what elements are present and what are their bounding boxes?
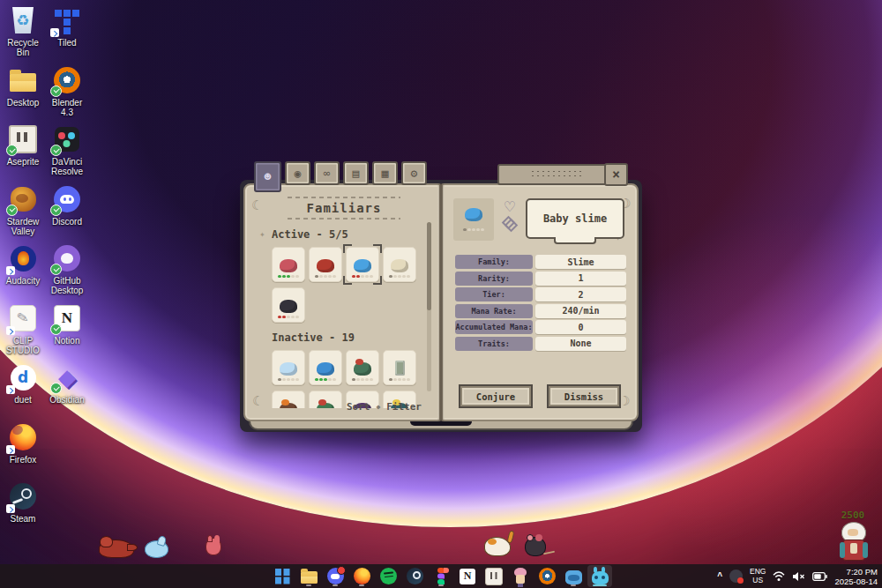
familiar-slot-flower-beast[interactable]	[346, 350, 379, 385]
desktop-icon-audacity[interactable]: Audacity	[2, 243, 44, 300]
tab-settings[interactable]: ⚙	[401, 161, 427, 185]
sprite-accent	[318, 399, 326, 406]
tab-bonds[interactable]: ∞	[314, 161, 340, 185]
desktop-icon-label: Obsidian	[49, 395, 84, 405]
taskbar-start[interactable]	[270, 565, 295, 587]
familiars-window: ☻◉∞▤▦⚙ × ☾ ☾ ✦ Familiars Active - 5/5 In…	[240, 161, 642, 432]
pet-black-mouse[interactable]	[525, 537, 546, 556]
taskbar-discord[interactable]	[323, 565, 348, 587]
pet-calico-cat[interactable]	[484, 537, 511, 556]
desktop-icon-github[interactable]: GitHub Desktop	[46, 243, 88, 300]
taskbar-explorer[interactable]	[296, 565, 321, 587]
language-indicator[interactable]: ENG US	[750, 568, 766, 584]
swap-icon[interactable]	[504, 218, 516, 230]
taskbar-pixel-bunny[interactable]	[587, 565, 612, 587]
running-indicator	[438, 584, 444, 587]
pet-blue-slime[interactable]	[145, 540, 168, 558]
shortcut-arrow-icon	[50, 28, 59, 37]
recorder-tray-icon[interactable]	[729, 569, 743, 583]
audacity-icon	[8, 243, 38, 273]
pip-empty	[467, 228, 471, 232]
familiar-slot-cream-cat[interactable]	[383, 247, 416, 282]
familiar-slot-baby-slime[interactable]	[346, 247, 379, 282]
close-button[interactable]: ×	[604, 163, 628, 186]
taskbar-pixel-creature[interactable]	[561, 565, 586, 587]
notion-glyph: N	[62, 309, 72, 327]
taskbar-spotify[interactable]	[376, 565, 400, 587]
recycle-logo: ♻	[11, 7, 34, 33]
taskbar-pixel-girl[interactable]	[508, 565, 533, 587]
desktop-icon-obsidian[interactable]: ◆Obsidian	[46, 362, 88, 419]
pip-red	[356, 275, 360, 279]
desktop-icon-discord[interactable]: Discord	[46, 184, 88, 241]
volume-muted-icon[interactable]	[792, 571, 805, 582]
taskbar: N ^ ENG US 7:20 PM 2025-08-14	[0, 564, 882, 588]
tab-familiars[interactable]: ☻	[254, 161, 281, 192]
blue-cow-sprite	[280, 362, 297, 376]
stat-value: None	[535, 337, 626, 351]
desktop-icon-label: Recycle Bin	[2, 38, 44, 57]
taskbar-figma[interactable]	[429, 565, 453, 587]
favorite-heart-icon[interactable]: ♡	[504, 201, 516, 213]
familiar-slot-red-beetle[interactable]	[309, 247, 342, 282]
stat-value: 2	[535, 287, 626, 301]
desktop-icon-folder[interactable]: Desktop	[2, 65, 44, 122]
notification-badge	[337, 566, 346, 575]
familiar-slot-pink-dragon[interactable]	[272, 247, 305, 282]
wizard-sprite[interactable]	[837, 522, 869, 564]
desktop-icon-firefox[interactable]: Firefox	[2, 422, 44, 479]
familiar-slot-black-rat[interactable]	[272, 287, 305, 323]
scrollbar-thumb[interactable]	[427, 222, 431, 310]
taskbar-aseprite[interactable]	[482, 565, 506, 587]
pip-red	[278, 316, 281, 319]
taskbar-notion[interactable]: N	[455, 565, 480, 587]
battery-icon[interactable]	[812, 572, 827, 581]
tab-orb[interactable]: ◉	[285, 161, 310, 185]
desktop-icon-clip[interactable]: ✎CLIP STUDIO	[2, 303, 44, 360]
pip-row	[389, 378, 410, 382]
desktop-companion[interactable]: 2500	[831, 510, 875, 564]
tab-grimoire[interactable]: ▤	[343, 161, 369, 185]
window-drag-handle[interactable]	[497, 164, 617, 185]
familiar-slot-bulba-beast[interactable]	[309, 391, 342, 408]
selection-bracket	[343, 244, 352, 253]
aseprite-icon	[485, 568, 503, 585]
black-rat-sprite	[280, 300, 297, 313]
tab-album[interactable]: ▦	[372, 161, 398, 185]
tray-chevron-icon[interactable]: ^	[717, 571, 722, 581]
desktop-icon-label: Desktop	[7, 98, 40, 108]
desktop-icon-aseprite[interactable]: Aseprite	[2, 124, 44, 181]
shortcut-arrow-icon	[6, 445, 15, 454]
desktop-icon-duet[interactable]: dduet	[2, 362, 44, 419]
clock[interactable]: 7:20 PM 2025-08-14	[834, 567, 878, 586]
pip-red	[352, 275, 355, 279]
pet-red-dragon[interactable]	[99, 540, 134, 558]
running-indicator	[333, 584, 338, 587]
taskbar-steam[interactable]	[402, 565, 427, 587]
dismiss-button[interactable]: Dismiss	[547, 384, 621, 408]
desktop-icon-davinci[interactable]: DaVinci Resolve	[46, 124, 88, 181]
pip-dark	[352, 378, 355, 382]
baby-slime-sprite	[465, 208, 482, 221]
taskbar-blender[interactable]	[534, 565, 559, 587]
familiar-slot-blue-fish[interactable]	[309, 350, 342, 385]
spotify-icon	[380, 568, 397, 584]
desktop-icon-blender[interactable]: Blender 4.3	[46, 65, 88, 122]
pet-pink-imp[interactable]	[206, 538, 221, 555]
filter-button[interactable]: Filter	[386, 401, 422, 413]
conjure-button[interactable]: Conjure	[459, 384, 533, 408]
sort-button[interactable]: Sort	[347, 401, 370, 413]
desktop-icon-steam[interactable]: Steam	[2, 481, 44, 538]
familiar-slot-blue-cow[interactable]	[272, 350, 305, 385]
familiars-scrollbar[interactable]	[427, 222, 431, 391]
desktop-icon-notion[interactable]: NNotion	[46, 303, 88, 360]
taskbar-firefox[interactable]	[349, 565, 374, 587]
desktop-icon-recycle[interactable]: ♻Recycle Bin	[2, 5, 44, 62]
sync-check-icon	[50, 205, 62, 216]
stat-value: Slime	[535, 255, 626, 269]
wifi-icon[interactable]	[773, 571, 785, 582]
familiar-slot-ember-fox[interactable]	[272, 391, 305, 408]
desktop-icon-tiled[interactable]: Tiled	[46, 5, 88, 62]
familiar-slot-card-item[interactable]	[383, 350, 416, 385]
desktop-icon-stardew[interactable]: Stardew Valley	[2, 184, 44, 241]
